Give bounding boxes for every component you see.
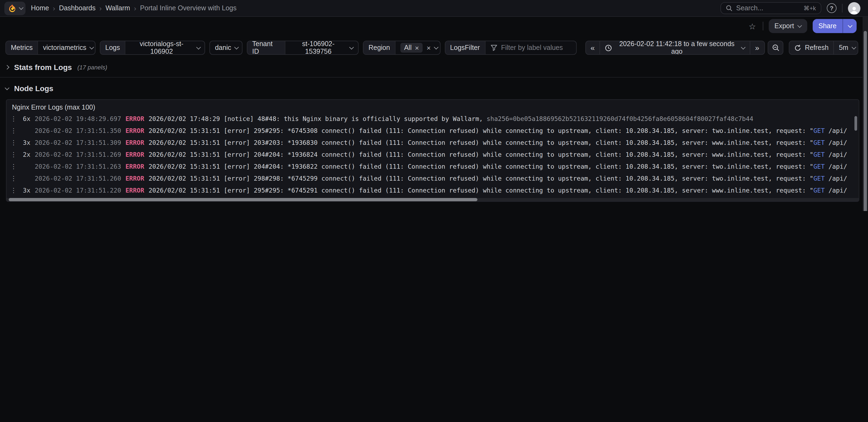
log-level: ERROR xyxy=(126,115,144,123)
chevron-right-icon xyxy=(5,65,9,70)
horizontal-scroll-thumb[interactable] xyxy=(9,198,477,201)
var-tenant-label: Tenant ID xyxy=(247,41,285,54)
log-row[interactable]: ⋮2x2026-02-02 17:31:51.269ERROR2026/02/0… xyxy=(10,149,859,161)
row-menu-icon[interactable]: ⋮ xyxy=(10,113,18,125)
time-shift-forward-button[interactable]: » xyxy=(750,41,764,54)
panel-title: Nginx Error Logs (max 100) xyxy=(6,100,859,113)
dedup-count: 3x xyxy=(21,185,30,196)
log-row[interactable]: ⋮3x2026-02-02 17:31:51.309ERROR2026/02/0… xyxy=(10,137,859,149)
var-node-select[interactable]: danic xyxy=(210,41,242,54)
log-level: ERROR xyxy=(126,151,144,158)
region-chip[interactable]: All× xyxy=(400,43,423,53)
grafana-logo-button[interactable] xyxy=(4,1,26,15)
chevron-down-icon xyxy=(349,45,354,50)
chevron-down-icon xyxy=(741,45,746,50)
time-range-picker[interactable]: 2026-02-02 11:42:18 to a few seconds ago xyxy=(600,41,750,54)
page-scrollbar xyxy=(863,17,868,211)
var-region-select[interactable]: All× × xyxy=(396,41,440,54)
label-filter-input[interactable]: Filter by label values xyxy=(485,41,576,54)
section-stats-from-logs[interactable]: Stats from Logs (17 panels) xyxy=(0,61,868,73)
breadcrumb-item[interactable]: Home xyxy=(31,4,49,12)
search-input[interactable]: Search... ⌘+k xyxy=(720,2,822,14)
log-row[interactable]: ⋮6x2026-02-02 19:48:29.697ERROR2026/02/0… xyxy=(10,113,859,125)
var-metrics-select[interactable]: victoriametrics xyxy=(38,41,95,54)
log-level: ERROR xyxy=(126,127,144,134)
row-menu-icon[interactable]: ⋮ xyxy=(10,185,18,196)
var-region-label: Region xyxy=(364,41,395,54)
help-button[interactable]: ? xyxy=(827,3,837,13)
log-row[interactable]: ⋮2026-02-02 17:31:51.350ERROR2026/02/02 … xyxy=(10,125,859,137)
var-logsfilter-label: LogsFilter xyxy=(445,41,485,54)
panel-horizontal-scrollbar xyxy=(6,198,859,201)
row-menu-icon[interactable]: ⋮ xyxy=(10,172,18,185)
dedup-count: 6x xyxy=(21,113,30,125)
search-shortcut: ⌘+k xyxy=(803,5,816,12)
var-region: Region All× × xyxy=(363,41,440,55)
refresh-button[interactable]: Refresh xyxy=(789,41,834,54)
chevron-down-icon xyxy=(196,45,200,50)
log-message: 2026/02/02 15:31:51 [error] 204#204: *19… xyxy=(149,151,847,158)
chevron-down-icon xyxy=(90,45,94,50)
funnel-icon xyxy=(490,44,497,51)
var-tenant: Tenant ID st-106902-1539756 xyxy=(247,41,359,55)
refresh-icon xyxy=(794,44,801,51)
chevron-down-icon xyxy=(848,23,852,28)
breadcrumb: Home›Dashboards›Wallarm›Portal Inline Ov… xyxy=(31,4,237,12)
row-menu-icon[interactable]: ⋮ xyxy=(10,125,18,137)
grafana-logo-icon xyxy=(7,3,18,13)
var-logs: Logs victorialogs-st-106902 xyxy=(100,41,205,55)
filter-placeholder: Filter by label values xyxy=(501,44,563,52)
dedup-count: 2x xyxy=(21,149,30,161)
person-icon xyxy=(849,5,859,14)
log-message: 2026/02/02 15:31:51 [error] 295#295: *67… xyxy=(149,187,847,194)
var-logs-select[interactable]: victorialogs-st-106902 xyxy=(125,41,205,54)
breadcrumb-separator-icon: › xyxy=(134,4,136,12)
var-tenant-select[interactable]: st-106902-1539756 xyxy=(285,41,358,54)
log-row[interactable]: ⋮3x2026-02-02 17:31:51.220ERROR2026/02/0… xyxy=(10,185,859,196)
log-row[interactable]: ⋮2026-02-02 17:31:51.260ERROR2026/02/02 … xyxy=(10,172,859,185)
log-message: 2026/02/02 15:31:51 [error] 204#204: *19… xyxy=(149,163,847,170)
share-menu-button[interactable] xyxy=(842,19,857,33)
variables-row: Metrics victoriametrics Logs victorialog… xyxy=(0,35,868,55)
export-button[interactable]: Export xyxy=(769,19,807,33)
clear-icon[interactable]: × xyxy=(427,44,431,51)
refresh-interval-select[interactable]: 5m xyxy=(834,41,858,54)
log-timestamp: 2026-02-02 17:31:51.269 xyxy=(35,151,121,158)
var-logsfilter: LogsFilter Filter by label values xyxy=(444,41,577,55)
chevron-down-icon xyxy=(19,5,24,10)
breadcrumb-item[interactable]: Wallarm xyxy=(105,4,130,12)
chevron-down-icon xyxy=(5,86,9,90)
star-icon[interactable]: ☆ xyxy=(748,22,757,30)
log-level: ERROR xyxy=(126,163,144,170)
chevron-down-icon xyxy=(851,45,856,50)
time-shift-back-button[interactable]: « xyxy=(586,41,600,54)
var-node: danic xyxy=(209,41,242,55)
log-timestamp: 2026-02-02 17:31:51.309 xyxy=(35,139,121,147)
dashboard-toolbar: ☆ Export Share xyxy=(0,17,868,35)
share-button[interactable]: Share xyxy=(812,19,842,33)
divider xyxy=(842,4,842,12)
log-level: ERROR xyxy=(126,139,144,147)
time-zoom-out-button[interactable] xyxy=(768,41,783,54)
row-menu-icon[interactable]: ⋮ xyxy=(10,161,18,172)
breadcrumb-separator-icon: › xyxy=(99,4,102,12)
section-node-logs[interactable]: Node Logs xyxy=(0,83,868,94)
chip-remove-icon[interactable]: × xyxy=(415,44,419,51)
panel-vertical-scrollbar[interactable] xyxy=(855,116,857,131)
log-row[interactable]: ⋮2026-02-02 17:31:51.263ERROR2026/02/02 … xyxy=(10,161,859,172)
row-menu-icon[interactable]: ⋮ xyxy=(10,149,18,161)
breadcrumb-item[interactable]: Dashboards xyxy=(59,4,95,12)
log-level: ERROR xyxy=(126,187,144,194)
var-metrics-label: Metrics xyxy=(6,41,38,54)
log-level: ERROR xyxy=(126,175,144,182)
panel-nginx-error-logs: Nginx Error Logs (max 100) ⋮6x2026-02-02… xyxy=(6,99,859,202)
row-menu-icon[interactable]: ⋮ xyxy=(10,137,18,149)
zoom-out-icon xyxy=(772,44,779,52)
log-message: 2026/02/02 15:31:51 [error] 295#295: *67… xyxy=(149,127,847,134)
breadcrumb-item[interactable]: Portal Inline Overview with Logs xyxy=(140,4,237,12)
dedup-count: 3x xyxy=(21,137,30,149)
page-scroll-thumb[interactable] xyxy=(864,31,867,211)
top-nav: Home›Dashboards›Wallarm›Portal Inline Ov… xyxy=(0,0,868,17)
user-avatar[interactable] xyxy=(848,2,860,14)
log-message: 2026/02/02 15:31:51 [error] 298#298: *67… xyxy=(149,175,847,182)
